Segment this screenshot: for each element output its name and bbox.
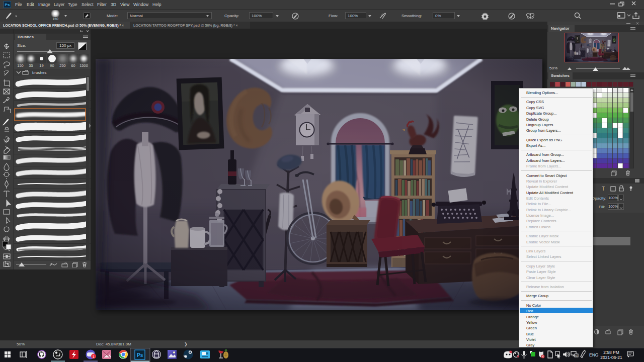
svg-text:2:58 PM: 2:58 PM [603,350,619,355]
svg-text:19: 19 [39,63,43,68]
svg-text:no: no [575,354,578,357]
svg-text:35: 35 [29,63,33,68]
svg-text:2021-06-21: 2021-06-21 [600,355,622,360]
svg-text:1: 1 [93,355,95,358]
svg-text:T: T [602,186,605,192]
svg-text:1500: 1500 [79,63,88,68]
svg-text:250: 250 [59,63,66,68]
svg-text:ENG: ENG [589,352,598,357]
svg-text:Ps: Ps [137,352,143,358]
svg-text:150: 150 [17,63,24,68]
svg-text:60: 60 [71,63,75,68]
svg-text:90: 90 [50,63,54,68]
